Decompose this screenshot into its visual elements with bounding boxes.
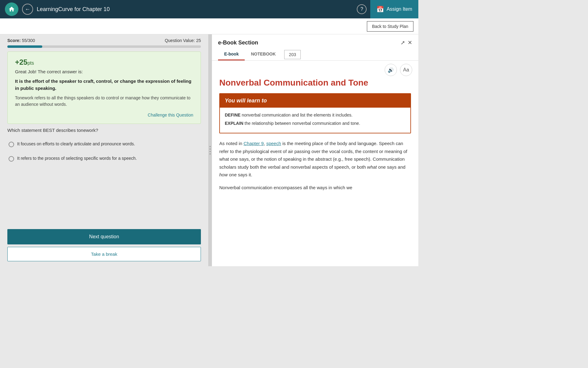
tab-ebook[interactable]: E-book xyxy=(218,48,245,60)
learn-keyword-2: EXPLAIN xyxy=(225,121,243,126)
result-answer: It is the effort of the speaker to craft… xyxy=(15,78,193,92)
chapter9-link[interactable]: Chapter 9 xyxy=(243,141,264,146)
main-layout: Score: 55/300 Question Value: 25 +25pts … xyxy=(0,34,418,266)
divider-handle xyxy=(209,146,211,155)
italic-how: how xyxy=(219,172,228,177)
learn-item-2: EXPLAIN the relationship between nonverb… xyxy=(225,120,405,127)
tab-page-number[interactable]: 203 xyxy=(284,50,300,59)
next-question-button[interactable]: Next question xyxy=(7,229,201,244)
panel-divider[interactable] xyxy=(208,34,212,266)
progress-bar-container xyxy=(0,45,208,52)
result-points: +25pts xyxy=(15,58,193,67)
help-button[interactable]: ? xyxy=(357,4,367,14)
ebook-paragraph-2: Nonverbal communication encompasses all … xyxy=(219,184,411,192)
answer-option-1-text: It focuses on efforts to clearly articul… xyxy=(17,141,135,146)
learn-box-title: You will learn to xyxy=(225,98,267,104)
answer-option-2-text: It refers to the process of selecting sp… xyxy=(17,156,137,161)
reading-controls: 🔊 Aa xyxy=(212,61,418,77)
back-to-study-plan-button[interactable]: Back to Study Plan xyxy=(367,21,413,32)
assign-item-label: Assign Item xyxy=(386,6,412,12)
take-break-button[interactable]: Take a break xyxy=(7,247,201,261)
learn-box-header: You will learn to xyxy=(220,94,410,108)
result-label: Great Job! The correct answer is: xyxy=(15,69,193,74)
ebook-content: Nonverbal Communication and Tone You wil… xyxy=(212,77,418,266)
ebook-tabs: E-book NOTEBOOK 203 xyxy=(212,48,418,61)
radio-2 xyxy=(9,156,14,162)
learn-item-1: DEFINE nonverbal communication and list … xyxy=(225,112,405,118)
app-header: ← LearningCurve for Chapter 10 ? 📅 Assig… xyxy=(0,0,418,18)
left-panel: Score: 55/300 Question Value: 25 +25pts … xyxy=(0,34,208,266)
ebook-header: e-Book Section ➚ ✕ xyxy=(212,34,418,46)
learn-box: You will learn to DEFINE nonverbal commu… xyxy=(219,93,411,133)
assign-item-button[interactable]: 📅 Assign Item xyxy=(370,0,418,18)
bottom-buttons: Next question Take a break xyxy=(0,227,208,266)
font-size-button[interactable]: Aa xyxy=(400,64,412,76)
page-title: LearningCurve for Chapter 10 xyxy=(37,6,353,13)
close-ebook-button[interactable]: ✕ xyxy=(408,39,412,46)
challenge-question-link[interactable]: Challenge this Question xyxy=(15,113,193,117)
answer-option-2[interactable]: It refers to the process of selecting sp… xyxy=(7,153,201,164)
back-button[interactable]: ← xyxy=(22,4,33,15)
assign-icon: 📅 xyxy=(376,6,384,13)
progress-bar-fill xyxy=(7,45,42,48)
home-button[interactable] xyxy=(5,2,18,16)
answer-option-1[interactable]: It focuses on efforts to clearly articul… xyxy=(7,139,201,150)
radio-1 xyxy=(9,142,14,147)
score-bar: Score: 55/300 Question Value: 25 xyxy=(0,34,208,45)
chapter-title: Nonverbal Communication and Tone xyxy=(219,77,411,88)
question-area: +25pts Great Job! The correct answer is:… xyxy=(0,52,208,227)
ebook-controls: ➚ ✕ xyxy=(401,39,412,46)
question-text: Which statement BEST describes tonework? xyxy=(7,128,201,133)
ebook-section-title: e-Book Section xyxy=(218,40,258,46)
sub-header: Back to Study Plan xyxy=(0,18,418,34)
ebook-paragraph-1: As noted in Chapter 9, speech is the mee… xyxy=(219,140,411,179)
result-explanation: Tonework refers to all the things speake… xyxy=(15,95,193,108)
right-panel: e-Book Section ➚ ✕ E-book NOTEBOOK 203 🔊… xyxy=(212,34,418,266)
score-display: Score: 55/300 xyxy=(7,38,35,43)
result-card: +25pts Great Job! The correct answer is:… xyxy=(7,52,201,124)
tab-notebook[interactable]: NOTEBOOK xyxy=(245,48,282,60)
speech-link[interactable]: speech xyxy=(266,141,281,146)
learn-keyword-1: DEFINE xyxy=(225,113,240,117)
external-link-button[interactable]: ➚ xyxy=(401,39,405,46)
question-value-display: Question Value: 25 xyxy=(165,38,201,43)
italic-what: what xyxy=(367,164,377,170)
learn-box-body: DEFINE nonverbal communication and list … xyxy=(220,108,410,133)
audio-button[interactable]: 🔊 xyxy=(385,64,397,76)
progress-bar-track xyxy=(7,45,201,48)
